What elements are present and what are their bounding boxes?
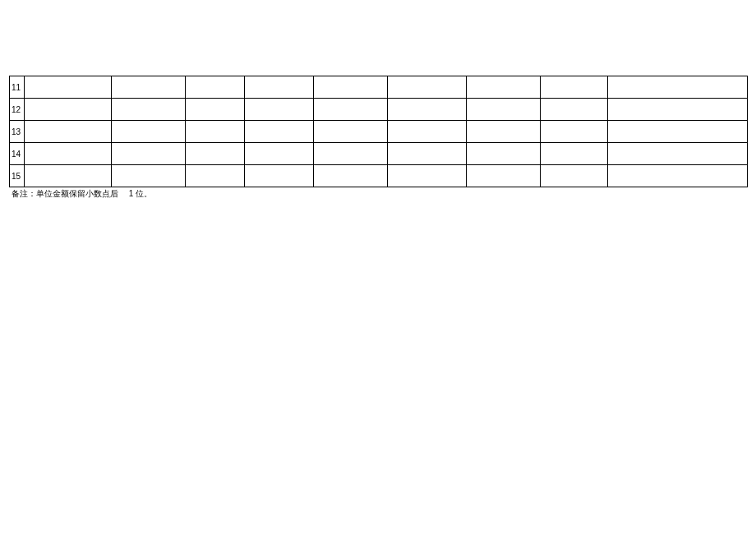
table-cell [467,121,541,143]
table-cell [186,99,245,121]
table-cell [314,121,388,143]
footnote-text-part2: 1 位。 [129,189,152,198]
row-number: 11 [10,76,25,99]
table-cell [112,165,186,187]
table-cell [467,99,541,121]
table-cell [186,165,245,187]
table-cell [608,165,748,187]
table-cell [541,165,608,187]
data-table-container: 11 12 [9,76,747,187]
table-cell [245,99,314,121]
table-cell [467,76,541,99]
table-cell [25,99,112,121]
table-cell [541,143,608,165]
row-number: 13 [10,121,25,143]
table-cell [541,121,608,143]
table-cell [314,76,388,99]
table-row: 14 [10,143,748,165]
table-cell [112,143,186,165]
table-cell [388,143,467,165]
table-cell [314,165,388,187]
table-cell [608,76,748,99]
table-cell [186,121,245,143]
table-row: 13 [10,121,748,143]
table-row: 15 [10,165,748,187]
table-cell [314,143,388,165]
table-cell [25,76,112,99]
table-cell [608,99,748,121]
table-cell [112,99,186,121]
table-cell [112,76,186,99]
table-cell [388,165,467,187]
table-cell [112,121,186,143]
data-table: 11 12 [9,76,748,187]
table-cell [314,99,388,121]
table-cell [541,99,608,121]
table-cell [186,76,245,99]
table-cell [25,121,112,143]
footnote: 备注：单位金额保留小数点后 1 位。 [12,188,152,200]
table-cell [388,76,467,99]
table-row: 11 [10,76,748,99]
table-cell [388,99,467,121]
row-number: 15 [10,165,25,187]
row-number: 12 [10,99,25,121]
table-cell [245,76,314,99]
row-number: 14 [10,143,25,165]
table-cell [608,121,748,143]
table-cell [388,121,467,143]
table-row: 12 [10,99,748,121]
table-cell [186,143,245,165]
table-cell [245,165,314,187]
table-cell [608,143,748,165]
table-cell [245,121,314,143]
table-cell [467,143,541,165]
table-cell [467,165,541,187]
footnote-text-part1: 备注：单位金额保留小数点后 [12,189,118,198]
table-cell [25,143,112,165]
table-cell [245,143,314,165]
table-cell [541,76,608,99]
table-cell [25,165,112,187]
